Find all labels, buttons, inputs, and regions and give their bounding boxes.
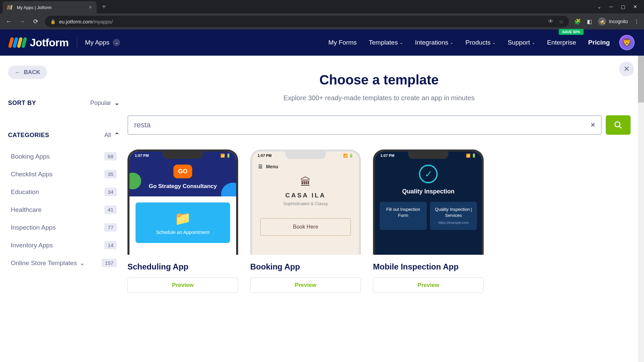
main-nav: My Forms Templates⌄ Integrations⌄ Produc… [328, 39, 610, 46]
search-input[interactable] [134, 121, 591, 129]
search-icon [614, 121, 623, 129]
address-bar: ← → ⟳ 🔒 eu.jotform.com/myapps/ 👁 ☆ 🧩 ◧ 🕵… [0, 13, 644, 29]
page-title: Choose a template [127, 72, 631, 87]
maximize-button[interactable]: ▢ [621, 4, 625, 9]
lock-icon: 🔒 [50, 19, 56, 24]
category-item[interactable]: Education34 [8, 184, 119, 199]
chevron-down-icon: ⌄ [79, 259, 85, 267]
scrollbar[interactable] [638, 56, 644, 362]
tabs-dropdown-icon[interactable]: ⌄ [597, 4, 601, 9]
sidebar: ← BACK SORT BY Popular ⌄ CATEGORIES All … [0, 56, 127, 362]
category-item[interactable]: Checklist Apps35 [8, 167, 119, 182]
menu-icon: ☰ [258, 164, 263, 169]
check-circle-icon: ✓ [419, 165, 438, 183]
chevron-down-icon: ⌄ [450, 41, 453, 45]
template-name: Booking App [250, 262, 361, 272]
window-controls: ⌄ ─ ▢ ✕ [597, 4, 644, 9]
extensions-icon[interactable]: 🧩 [574, 18, 581, 25]
nav-support[interactable]: Support⌄ [507, 39, 535, 46]
nav-pricing[interactable]: Pricing [588, 39, 610, 46]
back-nav-button[interactable]: ← [5, 18, 13, 25]
categories-label: CATEGORIES [8, 132, 49, 139]
close-button[interactable]: ✕ [619, 62, 634, 76]
tab-title: My Apps | Jotform [17, 5, 86, 10]
app-header: Jotform My Apps ⌄ My Forms Templates⌄ In… [0, 29, 644, 56]
template-name: Mobile Inspection App [373, 262, 484, 272]
preview-button[interactable]: Preview [373, 278, 484, 293]
url-bar[interactable]: 🔒 eu.jotform.com/myapps/ 👁 ☆ [45, 16, 569, 27]
nav-templates[interactable]: Templates⌄ [369, 39, 403, 46]
nav-my-forms[interactable]: My Forms [328, 39, 357, 46]
preview-button[interactable]: Preview [127, 278, 238, 293]
categories-all-toggle[interactable]: All ⌃ [104, 131, 119, 139]
divider [77, 37, 77, 49]
save-badge: SAVE 50% [559, 29, 584, 35]
template-name: Scheduling App [127, 262, 238, 272]
folder-user-icon: 📁 [144, 210, 222, 226]
category-list: Booking Apps68 Checklist Apps35 Educatio… [8, 149, 119, 270]
category-item[interactable]: Online Store Templates⌄157 [8, 255, 119, 270]
close-window-button[interactable]: ✕ [633, 4, 637, 9]
reload-button[interactable]: ⟳ [32, 18, 40, 25]
page-content: ← BACK SORT BY Popular ⌄ CATEGORIES All … [0, 56, 644, 362]
incognito-icon: 🕵 [598, 17, 606, 25]
tab-bar: My Apps | Jotform × + ⌄ ─ ▢ ✕ [0, 0, 644, 13]
side-panel-icon[interactable]: ◧ [587, 18, 592, 25]
phone-mockup: 1:07 PM📶 🔋 ✓ Quality Inspection Fill out… [373, 149, 484, 255]
sort-dropdown[interactable]: Popular ⌄ [90, 99, 119, 107]
arrow-left-icon: ← [15, 69, 20, 76]
phone-mockup: 1:07 PM📶 🔋 GO Go Strategy Consultancy 📁 … [127, 149, 238, 255]
tab-close-icon[interactable]: × [89, 4, 92, 10]
svg-line-1 [619, 126, 622, 128]
category-item[interactable]: Inspection Apps77 [8, 220, 119, 235]
jotform-logo[interactable]: Jotform [9, 37, 69, 49]
template-card[interactable]: 1:07 PM📶 🔋 ☰Menu 🏛 CASA ILA Sophisticate… [250, 149, 361, 293]
preview-button[interactable]: Preview [250, 278, 361, 293]
clear-search-icon[interactable]: × [591, 121, 595, 129]
user-avatar[interactable]: 🦁 [619, 35, 635, 50]
category-item[interactable]: Healthcare41 [8, 202, 119, 217]
context-switcher[interactable]: My Apps ⌄ [85, 39, 120, 46]
chevron-down-icon: ⌄ [400, 41, 403, 45]
nav-integrations[interactable]: Integrations⌄ [415, 39, 453, 46]
tab-favicon [7, 4, 13, 10]
logo-icon [9, 37, 26, 48]
building-icon: 🏛 [252, 176, 359, 188]
template-grid: 1:07 PM📶 🔋 GO Go Strategy Consultancy 📁 … [127, 149, 631, 293]
browser-tab[interactable]: My Apps | Jotform × [3, 1, 97, 13]
incognito-badge[interactable]: 🕵 Incognito [598, 17, 628, 25]
template-card[interactable]: 1:07 PM📶 🔋 GO Go Strategy Consultancy 📁 … [127, 149, 238, 293]
sort-label: SORT BY [8, 100, 36, 107]
search-box[interactable]: × [127, 115, 602, 135]
phone-mockup: 1:07 PM📶 🔋 ☰Menu 🏛 CASA ILA Sophisticate… [250, 149, 361, 255]
page-subtitle: Explore 300+ ready-made templates to cre… [127, 94, 631, 102]
search-button[interactable] [606, 115, 631, 135]
new-tab-button[interactable]: + [102, 3, 106, 11]
logo-text: Jotform [30, 37, 69, 49]
main-content: ✕ Choose a template Explore 300+ ready-m… [127, 56, 644, 362]
back-button[interactable]: ← BACK [8, 66, 47, 79]
chevron-down-icon: ⌄ [532, 41, 535, 45]
category-item[interactable]: Inventory Apps14 [8, 238, 119, 253]
nav-enterprise[interactable]: Enterprise [547, 39, 576, 46]
chevron-down-icon: ⌄ [114, 99, 119, 107]
chevron-down-icon: ⌄ [113, 39, 120, 46]
bookmark-star-icon[interactable]: ☆ [559, 18, 564, 25]
svg-point-0 [615, 122, 620, 127]
browser-menu-icon[interactable]: ⋮ [634, 18, 639, 25]
category-item[interactable]: Booking Apps68 [8, 149, 119, 164]
forward-nav-button: → [18, 18, 26, 25]
chevron-up-icon: ⌃ [114, 131, 119, 139]
template-card[interactable]: 1:07 PM📶 🔋 ✓ Quality Inspection Fill out… [373, 149, 484, 293]
nav-products[interactable]: Products⌄ [465, 39, 495, 46]
eye-off-icon[interactable]: 👁 [548, 18, 553, 24]
url-text: eu.jotform.com/myapps/ [59, 19, 113, 24]
chevron-down-icon: ⌄ [492, 41, 495, 45]
minimize-button[interactable]: ─ [609, 4, 613, 9]
